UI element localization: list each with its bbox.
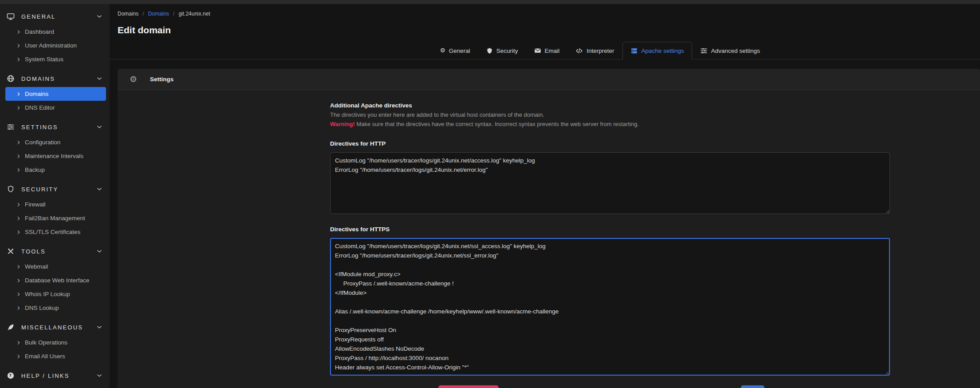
chevron-down-icon: [96, 75, 102, 82]
sidebar-item-label: Domains: [25, 91, 48, 97]
sidebar-item-fail2ban-management[interactable]: Fail2Ban Management: [0, 211, 110, 225]
sidebar-item-system-status[interactable]: System Status: [0, 52, 110, 66]
sidebar-item-dashboard[interactable]: Dashboard: [0, 25, 110, 39]
sidebar-item-label: Webmail: [25, 263, 48, 270]
server-icon: [630, 47, 638, 55]
sidebar-section-label: MISCELLANEOUS: [21, 324, 83, 331]
chevron-down-icon: [96, 248, 102, 254]
page-title: Edit domain: [118, 25, 171, 36]
sidebar-section-label: TOOLS: [21, 248, 46, 255]
tab-general[interactable]: ⚙ General: [432, 42, 478, 59]
sidebar-item-label: SSL/TLS Certificates: [25, 229, 80, 235]
sidebar-item-maintenance-intervals[interactable]: Maintenance Intervals: [0, 149, 110, 163]
sidebar-section-domains[interactable]: DOMAINS: [0, 72, 110, 85]
sliders-icon: [7, 123, 15, 131]
sidebar-item-database-web-interface[interactable]: Database Web Interface: [0, 273, 110, 287]
sidebar-item-label: Maintenance Intervals: [25, 153, 83, 159]
chevron-right-icon: [16, 265, 21, 269]
sidebar-item-label: Firewall: [25, 201, 46, 208]
sidebar-section-general[interactable]: GENERAL: [0, 10, 110, 23]
http-directives-textarea[interactable]: CustomLog "/home/users/tracer/logs/git.2…: [330, 152, 890, 214]
sidebar-item-backup[interactable]: Backup: [0, 163, 110, 177]
gear-icon: ⚙: [130, 75, 137, 83]
save-button[interactable]: Save: [741, 385, 764, 388]
sidebar-item-label: Configuration: [25, 139, 60, 146]
button-row: Back to overview Save: [330, 385, 890, 388]
tab-apache-settings[interactable]: Apache settings: [622, 42, 692, 59]
sidebar-item-bulk-operations[interactable]: Bulk Operations: [0, 336, 110, 349]
http-directives-label: Directives for HTTP: [330, 140, 890, 147]
globe-icon: [7, 75, 15, 83]
settings-panel: ⚙ Settings Additional Apache directives …: [118, 69, 980, 388]
sidebar-item-label: Dashboard: [25, 28, 54, 35]
chevron-down-icon: [96, 372, 102, 379]
tab-label: Apache settings: [642, 48, 684, 54]
tools-icon: [7, 247, 15, 255]
sidebar: GENERAL Dashboard User Administration Sy…: [0, 4, 110, 388]
sidebar-item-webmail[interactable]: Webmail: [0, 260, 110, 273]
warning-label: Warning!: [330, 121, 355, 127]
warning-message: Make sure that the directives have the c…: [355, 121, 639, 127]
sidebar-item-dns-lookup[interactable]: DNS Lookup: [0, 301, 110, 315]
feather-icon: [7, 323, 15, 331]
sidebar-item-user-administration[interactable]: User Administration: [0, 39, 110, 52]
sidebar-section-security[interactable]: SECURITY: [0, 182, 110, 196]
sidebar-section-label: SETTINGS: [21, 124, 58, 131]
sidebar-item-dns-editor[interactable]: DNS Editor: [0, 101, 110, 115]
chevron-right-icon: [16, 106, 21, 110]
shield-icon: [486, 48, 493, 54]
sidebar-section-label: GENERAL: [21, 13, 56, 20]
tab-label: Security: [496, 48, 518, 54]
tab-advanced-settings[interactable]: Advanced settings: [692, 42, 768, 59]
sidebar-item-label: Whois IP Lookup: [25, 291, 70, 297]
tab-email[interactable]: Email: [526, 42, 568, 59]
breadcrumb-link-domains[interactable]: Domains: [148, 11, 169, 17]
chevron-right-icon: [16, 292, 21, 297]
sidebar-section-miscellaneous[interactable]: MISCELLANEOUS: [0, 321, 110, 334]
breadcrumb-separator: /: [142, 11, 144, 17]
chevron-right-icon: [16, 216, 21, 221]
envelope-icon: [534, 47, 541, 54]
sidebar-section-help-links[interactable]: ? HELP / LINKS: [0, 369, 110, 382]
tab-security[interactable]: Security: [478, 42, 526, 59]
chevron-down-icon: [96, 186, 102, 192]
settings-panel-header: ⚙ Settings: [118, 69, 980, 90]
tab-bar: ⚙ General Security Email Interpreter A: [110, 42, 980, 59]
monitor-icon: [7, 12, 15, 20]
https-directives-label: Directives for HTTPS: [330, 226, 890, 233]
sidebar-item-ssl-tls-certificates[interactable]: SSL/TLS Certificates: [0, 225, 110, 239]
sidebar-section-label: DOMAINS: [21, 75, 55, 82]
https-directives-textarea[interactable]: CustomLog "/home/users/tracer/logs/git.2…: [330, 238, 890, 376]
sidebar-item-label: Fail2Ban Management: [25, 215, 85, 222]
chevron-down-icon: [96, 13, 102, 20]
chevron-right-icon: [16, 202, 21, 207]
sidebar-item-configuration[interactable]: Configuration: [0, 135, 110, 149]
sidebar-item-whois-ip-lookup[interactable]: Whois IP Lookup: [0, 287, 110, 301]
sidebar-item-firewall[interactable]: Firewall: [0, 198, 110, 211]
tab-label: Interpreter: [586, 48, 614, 54]
tab-label: General: [449, 48, 470, 54]
breadcrumb-item: Domains: [118, 11, 138, 17]
chevron-right-icon: [16, 140, 21, 145]
sidebar-item-email-all-users[interactable]: Email All Users: [0, 349, 110, 363]
tab-label: Email: [545, 48, 560, 54]
tab-interpreter[interactable]: Interpreter: [567, 42, 622, 59]
warning-text: Warning! Make sure that the directives h…: [330, 121, 890, 128]
breadcrumb: Domains / Domains / git.24unix.net: [118, 11, 210, 17]
main-content: Domains / Domains / git.24unix.net Edit …: [110, 4, 980, 388]
back-to-overview-button[interactable]: Back to overview: [438, 385, 499, 388]
breadcrumb-item-current: git.24unix.net: [178, 11, 210, 17]
chevron-right-icon: [16, 154, 21, 158]
chevron-right-icon: [16, 278, 21, 283]
svg-text:?: ?: [9, 373, 12, 378]
settings-panel-body: Additional Apache directives The directi…: [118, 90, 980, 388]
sidebar-section-tools[interactable]: TOOLS: [0, 245, 110, 258]
sidebar-section-label: HELP / LINKS: [21, 372, 70, 379]
sidebar-section-settings[interactable]: SETTINGS: [0, 120, 110, 134]
panel-title: Settings: [150, 76, 173, 83]
sidebar-section-label: SECURITY: [21, 186, 58, 193]
chevron-right-icon: [16, 44, 21, 48]
sidebar-item-domains[interactable]: Domains: [5, 87, 106, 101]
gear-icon: ⚙: [440, 48, 445, 54]
sidebar-item-label: DNS Lookup: [25, 305, 59, 311]
